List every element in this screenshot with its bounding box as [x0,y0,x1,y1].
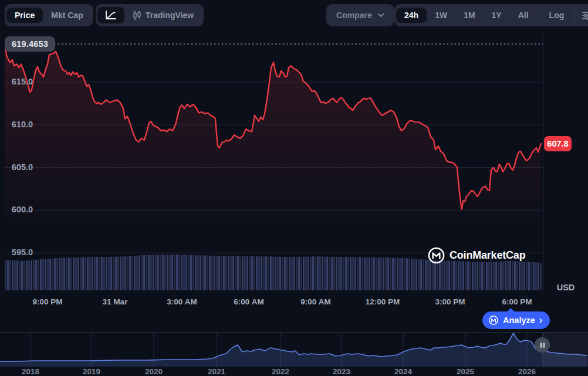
y-axis-tick: 595.0 [0,248,45,257]
ath-price-label: 619.4653 [5,36,55,52]
navigator-year-tick: 2023 [324,367,359,376]
compare-label: Compare [336,11,372,20]
y-axis-line [543,35,543,292]
metric-toggle: Price Mkt Cap [5,4,93,26]
mktcap-tab-label: Mkt Cap [51,11,83,19]
sliders-icon [582,11,588,20]
x-axis-tick: 3:00 AM [156,297,208,306]
watermark-text: CoinMarketCap [450,249,525,262]
compare-button[interactable]: Compare [326,4,394,26]
x-axis-tick: 31 Mar [89,297,141,306]
range-1y[interactable]: 1Y [484,8,510,23]
coinmarketcap-logo-icon [427,246,445,265]
price-chart-page: Price Mkt Cap TradingView Compare 24h 1W… [0,0,588,376]
line-chart-tab[interactable] [97,7,124,23]
x-axis-tick: 9:00 AM [289,297,342,306]
timeline-navigator[interactable] [0,333,588,367]
analyze-button[interactable]: Analyze › [482,311,550,329]
tradingview-label: TradingView [146,11,194,19]
range-1m[interactable]: 1M [455,8,483,23]
navigator-year-tick: 2025 [448,367,483,376]
x-axis-tick: 6:00 PM [491,297,543,306]
range-1w[interactable]: 1W [427,8,455,23]
chart-type-toggle: TradingView [96,4,204,26]
range-all-label: All [518,11,529,19]
log-label: Log [549,11,565,19]
candlestick-icon [133,11,141,21]
navigator-drag-handle[interactable] [535,337,550,353]
price-tab[interactable]: Price [6,8,43,23]
x-axis-tick: 9:00 PM [21,297,74,306]
range-all[interactable]: All [510,8,537,23]
y-axis-tick: 600.0 [0,205,45,214]
analyze-cmc-icon [488,315,499,326]
navigator-year-tick: 2020 [136,367,171,376]
range-1w-label: 1W [435,11,447,19]
range-24h[interactable]: 24h [396,8,427,23]
coinmarketcap-watermark: CoinMarketCap [427,246,525,265]
navigator-year-tick: 2026 [509,367,545,376]
range-1m-label: 1M [464,11,475,19]
price-tab-label: Price [15,11,35,19]
navigator-year-tick: 2018 [13,367,48,376]
x-axis-tick: 6:00 AM [222,297,275,306]
y-axis-tick: 605.0 [0,162,45,172]
currency-unit-label: USD [543,283,588,292]
current-price-badge: 607.8 [544,136,572,151]
toolbar-divider [574,10,575,21]
navigator-year-tick: 2021 [199,367,234,376]
mktcap-tab[interactable]: Mkt Cap [43,8,91,23]
range-24h-label: 24h [404,11,418,19]
navigator-year-tick: 2019 [74,367,109,376]
x-axis-tick: 3:00 PM [424,297,477,306]
tradingview-tab[interactable]: TradingView [124,7,202,24]
y-axis-tick: 610.0 [0,120,45,129]
toolbar-divider [539,10,539,21]
analyze-button-tail [507,308,515,316]
range-1y-label: 1Y [492,11,502,19]
range-selector: 24h 1W 1M 1Y All Log [394,4,588,26]
chevron-down-icon [377,13,384,18]
x-axis-tick: 12:00 PM [356,297,409,306]
analyze-label: Analyze [503,316,535,325]
y-axis-tick: 615.0 [0,77,45,86]
navigator-year-tick: 2024 [386,367,421,376]
chart-settings-button[interactable] [576,8,588,23]
navigator-year-tick: 2022 [263,367,298,376]
log-scale-button[interactable]: Log [541,8,573,23]
line-chart-icon [105,11,117,20]
chevron-right-icon: › [539,315,542,326]
